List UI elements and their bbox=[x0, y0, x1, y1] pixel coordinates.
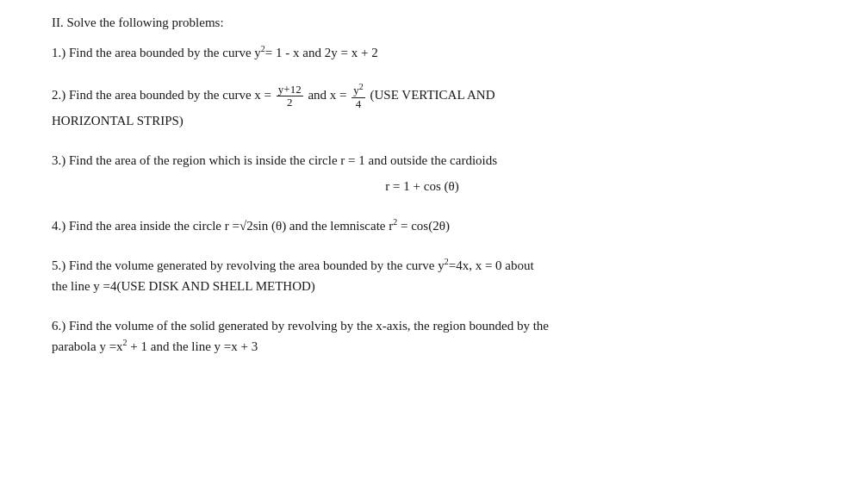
problem-6-text: 6.) Find the volume of the solid generat… bbox=[52, 319, 549, 333]
fraction-2: y2 4 bbox=[351, 82, 365, 110]
problem-2-text-cont: HORIZONTAL STRIPS) bbox=[52, 114, 184, 128]
problem-3-text: 3.) Find the area of the region which is… bbox=[52, 153, 497, 167]
problem-1-text: 1.) Find the area bounded by the curve y… bbox=[52, 46, 378, 59]
problem-3-formula: r = 1 + cos (θ) bbox=[52, 176, 793, 196]
problem-2: 2.) Find the area bounded by the curve x… bbox=[52, 82, 793, 131]
problem-5-text: 5.) Find the volume generated by revolvi… bbox=[52, 258, 534, 272]
problem-3: 3.) Find the area of the region which is… bbox=[52, 150, 793, 196]
problem-5: 5.) Find the volume generated by revolvi… bbox=[52, 255, 793, 296]
problem-4: 4.) Find the area inside the circle r =√… bbox=[52, 215, 793, 236]
problem-6: 6.) Find the volume of the solid generat… bbox=[52, 315, 793, 357]
problem-6-text-cont: parabola y =x2 + 1 and the line y =x + 3 bbox=[52, 339, 258, 353]
problem-1: 1.) Find the area bounded by the curve y… bbox=[52, 42, 793, 63]
fraction-1: y+12 2 bbox=[277, 84, 303, 109]
problem-2-text: 2.) Find the area bounded by the curve x… bbox=[52, 88, 495, 102]
page-content: II. Solve the following problems: 1.) Fi… bbox=[52, 16, 793, 357]
problem-4-text: 4.) Find the area inside the circle r =√… bbox=[52, 219, 450, 233]
problem-5-text-cont: the line y =4(USE DISK AND SHELL METHOD) bbox=[52, 279, 315, 293]
section-title: II. Solve the following problems: bbox=[52, 16, 793, 30]
